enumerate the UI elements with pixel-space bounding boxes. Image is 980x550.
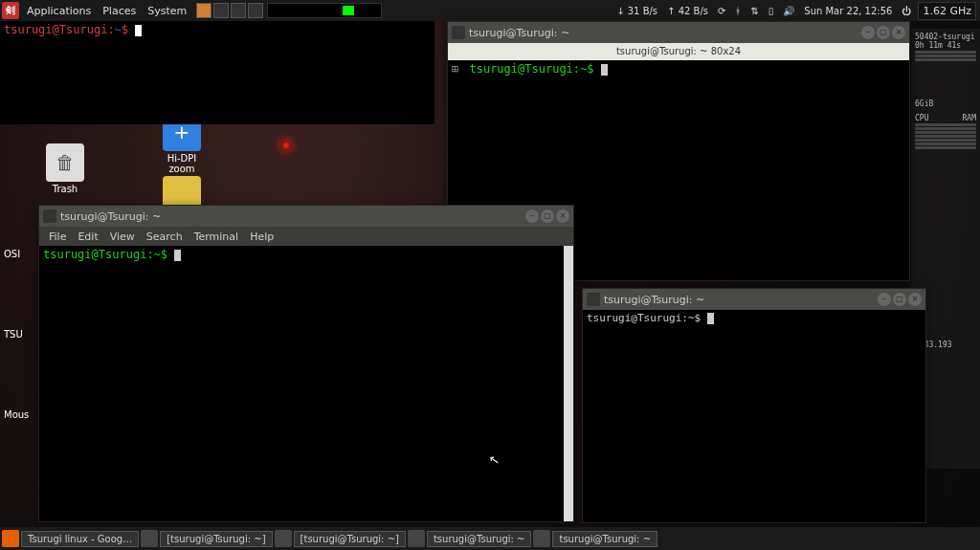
prompt-user: tsurugi@Tsurugi <box>587 312 681 324</box>
menu-edit[interactable]: Edit <box>72 231 103 243</box>
desktop-icon-label: Trash <box>53 184 78 194</box>
terminal-icon <box>452 26 465 39</box>
maximize-button[interactable]: ▢ <box>877 26 890 39</box>
taskbar-item[interactable]: Tsurugi linux - Goog… <box>21 531 139 547</box>
taskbar: Tsurugi linux - Goog… [tsurugi@Tsurugi: … <box>0 527 980 550</box>
firefox-icon[interactable] <box>196 3 212 18</box>
terminal-cursor <box>707 313 714 324</box>
terminal-window[interactable]: tsurugi@Tsurugi: ~ – ▢ × File Edit View … <box>38 205 574 522</box>
titlebar[interactable]: tsurugi@Tsurugi: ~ – ▢ × <box>448 22 909 43</box>
network-icon[interactable]: ⇅ <box>747 6 761 16</box>
prompt-dollar: $ <box>695 312 702 324</box>
minimize-button[interactable]: – <box>525 209 539 223</box>
tray-app-icon[interactable] <box>231 3 246 18</box>
terminal-icon[interactable] <box>275 530 292 547</box>
menu-search[interactable]: Search <box>141 231 189 243</box>
window-title: tsurugi@Tsurugi: ~ <box>60 210 525 223</box>
titlebar[interactable]: tsurugi@Tsurugi: ~ – ▢ × <box>39 206 573 227</box>
distro-logo-icon[interactable]: 剣 <box>2 2 19 19</box>
terminal-icon <box>587 293 600 306</box>
terminal-icon[interactable] <box>141 530 158 547</box>
mouse-pointer: ↖ <box>488 451 501 468</box>
terminal-icon[interactable] <box>533 530 550 547</box>
conky-mem: 6GiB <box>915 99 976 108</box>
terminal-window-borderless[interactable]: tsurugi@Tsurugi:~$ <box>0 21 434 124</box>
cpu-freq: 1.62 GHz <box>918 2 976 20</box>
prompt-dollar: $ <box>587 62 593 76</box>
terminal-icon[interactable] <box>408 530 425 547</box>
prompt-path: ~ <box>154 248 161 261</box>
firefox-icon[interactable] <box>2 530 19 547</box>
clock[interactable]: Sun Mar 22, 12:56 <box>801 6 895 16</box>
desktop-label: Mous <box>4 409 29 420</box>
terminal-window[interactable]: tsurugi@Tsurugi: ~ – ▢ × tsurugi@Tsurugi… <box>582 288 926 523</box>
tray-launchers <box>196 3 263 18</box>
menu-applications[interactable]: Applications <box>21 5 97 17</box>
menu-system[interactable]: System <box>142 5 192 17</box>
minimize-button[interactable]: – <box>861 26 875 39</box>
pane-icon[interactable]: ⊞ <box>452 62 458 76</box>
desktop-label: TSU <box>4 329 23 340</box>
minimize-button[interactable]: – <box>878 293 891 306</box>
terminal-cursor <box>135 25 142 36</box>
conky-host: 50402-tsurugi <box>915 33 976 41</box>
close-button[interactable]: × <box>892 26 905 39</box>
bluetooth-icon[interactable]: ᚼ <box>732 6 744 16</box>
scrollbar[interactable] <box>564 246 573 521</box>
prompt-user: tsurugi@Tsurugi <box>469 62 572 76</box>
window-subtitle: tsurugi@Tsurugi: ~ 80x24 <box>448 43 909 60</box>
desktop-label: OSI <box>4 249 20 259</box>
volume-icon[interactable]: 🔊 <box>780 6 797 16</box>
net-up: ↑ 42 B/s <box>664 6 711 16</box>
terminal-cursor <box>174 250 181 261</box>
menubar: File Edit View Search Terminal Help <box>39 227 573 246</box>
maximize-button[interactable]: ▢ <box>893 293 906 306</box>
taskbar-item[interactable]: [tsurugi@Tsurugi: ~] <box>294 531 406 547</box>
prompt-user: tsurugi@Tsurugi <box>4 23 107 36</box>
taskbar-item[interactable]: tsurugi@Tsurugi: ~ <box>427 531 532 547</box>
titlebar[interactable]: tsurugi@Tsurugi: ~ – ▢ × <box>583 289 925 310</box>
net-down: ↓ 31 B/s <box>613 6 660 16</box>
menu-help[interactable]: Help <box>244 231 279 243</box>
menu-terminal[interactable]: Terminal <box>189 231 245 243</box>
prompt-path: ~ <box>688 312 695 324</box>
close-button[interactable]: × <box>556 209 569 223</box>
desktop-icon-trash[interactable]: 🗑 Trash <box>36 143 94 194</box>
prompt-user: tsurugi@Tsurugi <box>43 248 146 261</box>
power-icon[interactable]: ⏻ <box>899 6 914 16</box>
tray-app-icon[interactable] <box>213 3 229 18</box>
wallpaper-eye <box>280 141 292 150</box>
cpu-graph <box>267 3 382 18</box>
prompt-dollar: $ <box>161 248 167 261</box>
refresh-icon[interactable]: ⟳ <box>715 6 728 16</box>
desktop-icon-label: Hi-DPI zoom <box>167 153 197 174</box>
battery-icon[interactable]: ▯ <box>766 6 777 16</box>
menu-places[interactable]: Places <box>97 5 142 17</box>
window-title: tsurugi@Tsurugi: ~ <box>469 27 861 39</box>
trash-icon: 🗑 <box>46 143 84 182</box>
close-button[interactable]: × <box>908 293 922 306</box>
prompt-dollar: $ <box>122 23 128 36</box>
panel-indicators: ↓ 31 B/s ↑ 42 B/s ⟳ ᚼ ⇅ ▯ 🔊 Sun Mar 22, … <box>613 2 980 20</box>
maximize-button[interactable]: ▢ <box>541 209 554 223</box>
menu-view[interactable]: View <box>104 231 141 243</box>
terminal-cursor <box>601 64 608 76</box>
taskbar-item[interactable]: [tsurugi@Tsurugi: ~] <box>160 531 272 547</box>
menu-file[interactable]: File <box>43 231 72 243</box>
prompt-path: ~ <box>115 23 122 36</box>
top-panel: 剣 Applications Places System ↓ 31 B/s ↑ … <box>0 0 980 21</box>
conky-uptime: 0h 11m 41s <box>915 41 976 50</box>
window-title: tsurugi@Tsurugi: ~ <box>604 294 878 306</box>
terminal-icon <box>43 209 56 223</box>
taskbar-item[interactable]: tsurugi@Tsurugi: ~ <box>552 531 657 547</box>
tray-app-icon[interactable] <box>248 3 263 18</box>
